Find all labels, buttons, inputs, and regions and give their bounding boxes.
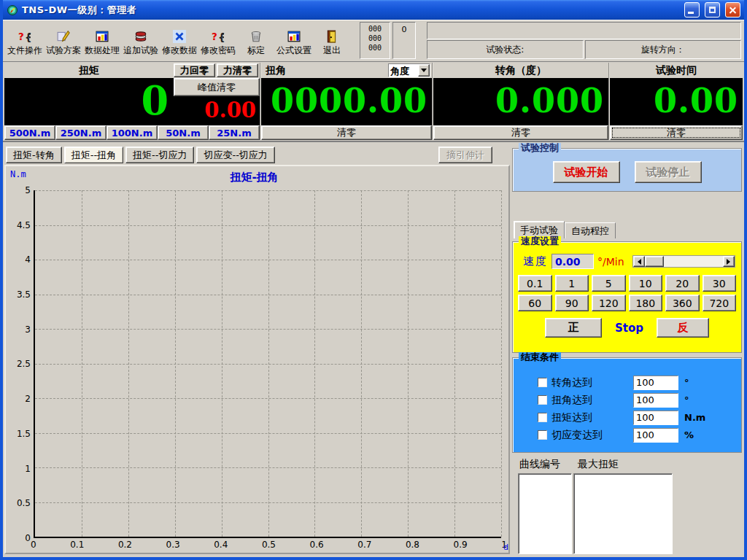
remove-extensometer-button[interactable]: 摘引伸计	[438, 147, 492, 163]
gridline	[35, 190, 501, 191]
condition-label: 扭矩达到	[551, 411, 633, 424]
toolbar-append-test-button[interactable]: 追加试验	[122, 22, 160, 59]
speed-preset-button[interactable]: 90	[555, 295, 589, 311]
twist-clear-button[interactable]: 清零	[261, 125, 432, 140]
toolbar-formula-settings-button[interactable]: 公式设置	[275, 22, 313, 59]
maximize-button[interactable]	[705, 2, 720, 18]
y-tick-label: 2.5	[17, 359, 31, 369]
y-tick-label: 1.5	[17, 429, 31, 439]
start-test-button[interactable]: 试验开始	[553, 161, 620, 183]
condition-checkbox[interactable]	[538, 430, 547, 440]
tab-shear-strain-stress[interactable]: 切应变--切应力	[196, 147, 274, 163]
end-conditions-title: 结束条件	[519, 352, 561, 362]
condition-value-input[interactable]	[633, 411, 678, 425]
twist-value: 0000.00	[271, 84, 432, 120]
rotation-angle-meter: 转角（度） 0.000 清零	[432, 63, 608, 140]
x-tick-label: 0.9	[454, 540, 468, 550]
toolbar-edit-data-button[interactable]: 修改数据	[160, 22, 198, 59]
curve-number-label: 曲线编号	[519, 458, 560, 471]
peak-value: 0.00	[204, 100, 260, 122]
range-button[interactable]: 250N.m	[55, 125, 107, 140]
x-tick-label: 0.6	[310, 540, 324, 550]
tab-auto-program[interactable]: 自动程控	[565, 222, 616, 238]
minimize-button[interactable]	[684, 2, 700, 18]
speed-preset-button[interactable]: 5	[592, 275, 626, 292]
max-torque-list[interactable]	[573, 473, 673, 554]
stop-test-button[interactable]: 试验停止	[635, 161, 702, 183]
twist-title: 扭角	[263, 64, 388, 77]
reverse-button[interactable]: 反	[657, 318, 709, 338]
speed-preset-button[interactable]: 30	[703, 275, 737, 292]
forward-button[interactable]: 正	[545, 318, 602, 338]
peak-clear-button[interactable]: 峰值清零	[174, 78, 260, 96]
time-clear-button[interactable]: 清零	[610, 125, 743, 140]
title-bar: TNS-DW一级别：管理者	[3, 0, 744, 20]
twist-display: 0000.00	[261, 78, 432, 125]
scrollbar-right-arrow[interactable]	[723, 256, 735, 267]
close-button[interactable]	[725, 2, 740, 18]
speed-scrollbar[interactable]	[632, 255, 735, 268]
gridline	[35, 364, 501, 365]
condition-checkbox[interactable]	[538, 378, 547, 387]
range-button[interactable]: 100N.m	[107, 125, 158, 140]
condition-checkbox[interactable]	[538, 413, 547, 422]
toolbar-calibration-button[interactable]: 标定	[238, 22, 274, 59]
toolbar-file-ops-button[interactable]: ?{ 文件操作	[6, 22, 44, 59]
range-button[interactable]: 500N.m	[4, 125, 55, 140]
rotation-clear-button[interactable]: 清零	[433, 125, 608, 140]
speed-preset-button[interactable]: 60	[518, 295, 552, 311]
speed-preset-button[interactable]: 20	[665, 275, 700, 292]
condition-unit: %	[684, 429, 694, 440]
tab-torque-twist[interactable]: 扭矩--扭角	[64, 147, 123, 163]
toolbar-test-plan-button[interactable]: 试验方案	[44, 22, 82, 59]
help-brace-icon: ?{	[212, 28, 225, 44]
y-tick-label: 1	[25, 464, 31, 474]
results-section: 曲线编号 最大扭矩	[512, 458, 742, 554]
rotation-title: 转角（度）	[435, 64, 607, 77]
force-clear-button[interactable]: 力清零	[217, 63, 258, 77]
scrollbar-track[interactable]	[664, 256, 723, 267]
app-window: TNS-DW一级别：管理者 ?{ 文件操作 试验方案 数据处理 追加试验	[0, 0, 747, 560]
chevron-down-icon[interactable]	[418, 64, 430, 77]
speed-preset-button[interactable]: 120	[592, 295, 626, 311]
curve-tab-bar: 扭矩-转角 扭矩--扭角 扭矩--切应力 切应变--切应力 摘引伸计	[4, 144, 510, 165]
rotation-value: 0.000	[495, 84, 608, 120]
scrollbar-thumb[interactable]	[645, 256, 664, 267]
counter-value: 0	[392, 22, 416, 59]
condition-checkbox[interactable]	[538, 395, 547, 405]
condition-value-input[interactable]	[633, 393, 678, 408]
curve-number-list[interactable]	[518, 473, 572, 554]
counter-line: 000	[360, 34, 390, 43]
range-button[interactable]: 25N.m	[209, 125, 260, 140]
condition-unit: N.m	[684, 412, 705, 423]
tab-torque-shear-stress[interactable]: 扭矩--切应力	[125, 147, 194, 163]
condition-value-input[interactable]	[633, 428, 678, 443]
speed-preset-button[interactable]: 720	[703, 295, 737, 311]
max-torque-label: 最大扭矩	[578, 458, 619, 471]
scrollbar-left-arrow[interactable]	[633, 256, 645, 267]
speed-preset-button[interactable]: 10	[629, 275, 663, 292]
speed-input[interactable]	[551, 254, 594, 269]
force-return-zero-button[interactable]: 力回零	[174, 63, 215, 77]
angle-unit-select[interactable]: 角度	[388, 63, 430, 77]
time-value: 0.00	[654, 84, 743, 120]
disc-stack-icon	[134, 28, 147, 44]
x-tick-label: 0	[31, 540, 36, 550]
toolbar-change-password-button[interactable]: ?{ 修改密码	[199, 22, 237, 59]
condition-unit: °	[684, 377, 689, 388]
gridline	[314, 190, 315, 537]
meter-section: 扭矩 力回零 力清零 0 峰值清零 0.00 500N.m250N.m100N.…	[3, 62, 744, 142]
torque-display: 0	[4, 78, 174, 125]
gridline	[82, 190, 82, 537]
speed-preset-button[interactable]: 180	[629, 295, 663, 311]
range-button[interactable]: 50N.m	[158, 125, 209, 140]
speed-preset-button[interactable]: 0.1	[518, 275, 552, 292]
toolbar-exit-button[interactable]: 退出	[314, 22, 350, 59]
toolbar-data-processing-button[interactable]: 数据处理	[83, 22, 121, 59]
test-control-title: 试验控制	[519, 143, 561, 153]
condition-label: 切应变达到	[551, 429, 633, 442]
tab-torque-rotation[interactable]: 扭矩-转角	[6, 147, 62, 163]
condition-value-input[interactable]	[633, 376, 678, 390]
speed-preset-button[interactable]: 1	[555, 275, 589, 292]
speed-preset-button[interactable]: 360	[665, 295, 700, 311]
